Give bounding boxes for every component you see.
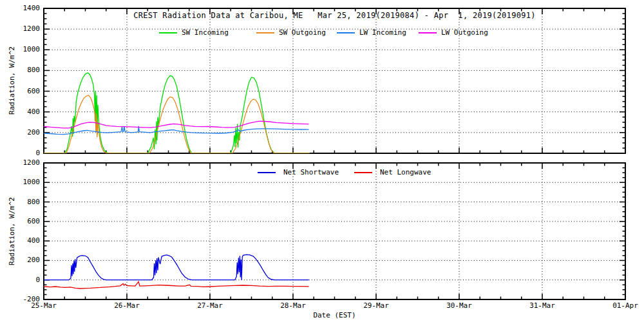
sw-outgoing-line-swatch: [256, 32, 274, 33]
y-tick-label: 400: [0, 108, 40, 116]
lw-outgoing-line-swatch: [419, 32, 437, 33]
legend-item-sw-incoming: SW Incoming: [159, 28, 185, 37]
series-sw-incoming: [44, 73, 310, 153]
chart-title: CREST Radiation Data at Caribou, ME Mar …: [44, 11, 625, 20]
legend-item-lw-incoming: LW Incoming: [337, 28, 363, 37]
panel-radiation-components: [44, 8, 625, 153]
y-tick-label: 1400: [0, 5, 40, 12]
series-net-longwave: [44, 281, 309, 289]
top-y-axis-label: Radiation, W/m^2: [8, 46, 16, 115]
y-tick-label: 800: [0, 66, 40, 74]
y-tick-label: 1000: [0, 178, 40, 186]
legend-label: Net Longwave: [380, 168, 431, 176]
panel-frame: [44, 163, 625, 299]
radiation-plot-page: CREST Radiation Data at Caribou, ME Mar …: [0, 0, 644, 322]
sw-incoming-line-swatch: [159, 32, 177, 33]
x-tick-label: 29-Mar: [361, 302, 391, 310]
x-axis-label: Date (EST): [44, 311, 625, 319]
x-tick-label: 28-Mar: [278, 302, 308, 310]
legend-item-net-shortwave: Net Shortwave: [258, 168, 283, 176]
series-lw-outgoing: [44, 121, 309, 128]
axis-ticks: [44, 163, 625, 299]
legend-item-lw-outgoing: LW Outgoing: [419, 28, 444, 37]
legend-label: Net Shortwave: [283, 168, 339, 176]
legend-label: LW Outgoing: [441, 28, 488, 37]
x-tick-label: 27-Mar: [195, 302, 225, 310]
panel-net-radiation: [44, 163, 625, 299]
y-tick-label: 200: [0, 129, 40, 137]
x-tick-label: 30-Mar: [444, 302, 474, 310]
lw-incoming-line-swatch: [337, 32, 355, 33]
y-tick-label: 1200: [0, 25, 40, 33]
y-tick-label: 1000: [0, 46, 40, 53]
axis-ticks: [44, 8, 625, 153]
legend-label: LW Incoming: [359, 28, 406, 37]
gridlines: [44, 8, 625, 153]
panel-frame: [44, 8, 625, 153]
x-tick-label: 26-Mar: [112, 302, 142, 310]
legend-item-sw-outgoing: SW Outgoing: [256, 28, 282, 37]
chart-canvas: [0, 0, 644, 322]
y-tick-label: 600: [0, 88, 40, 95]
x-tick-label: 25-Mar: [29, 302, 59, 310]
bottom-y-axis-label: Radiation, W/m^2: [8, 197, 16, 265]
net-shortwave-line-swatch: [258, 172, 276, 173]
y-tick-label: 1200: [0, 159, 40, 167]
series-lw-incoming: [44, 126, 309, 135]
y-tick-label: 800: [0, 198, 40, 206]
y-tick-label: 0: [0, 149, 40, 157]
x-tick-label: 01-Apr: [611, 302, 640, 310]
y-tick-label: 600: [0, 218, 40, 225]
x-tick-label: 31-Mar: [527, 302, 557, 310]
legend-label: SW Incoming: [182, 28, 229, 37]
legend-item-net-longwave: Net Longwave: [354, 168, 380, 176]
gridlines: [44, 163, 625, 299]
y-tick-label: 400: [0, 237, 40, 245]
y-tick-label: 200: [0, 256, 40, 264]
series-net-shortwave: [44, 254, 309, 279]
y-tick-label: 0: [0, 276, 40, 284]
net-longwave-line-swatch: [354, 172, 372, 173]
legend-label: SW Outgoing: [279, 28, 326, 37]
